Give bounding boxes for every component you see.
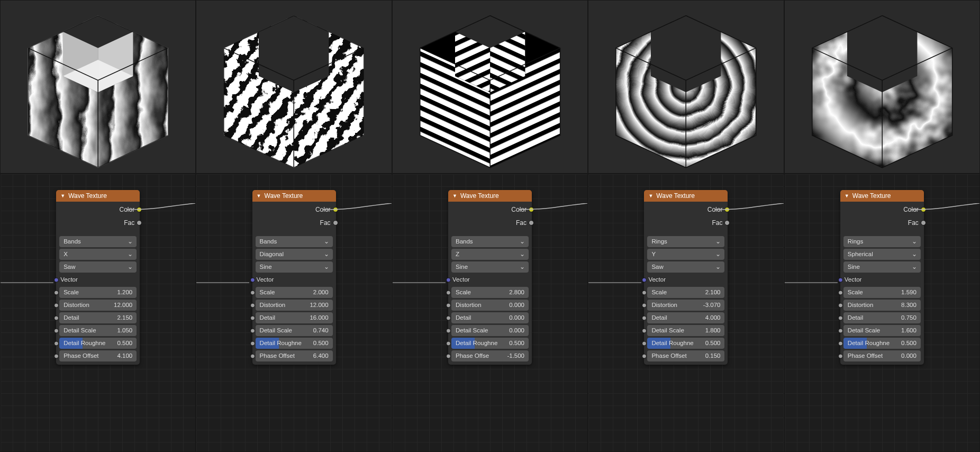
socket-value-in[interactable] [838, 303, 843, 308]
node-editor[interactable]: ▼ Wave Texture Color Fac Bands Z Sine [392, 174, 588, 452]
socket-value-in[interactable] [54, 328, 59, 333]
node-header[interactable]: ▼ Wave Texture [448, 190, 532, 202]
socket-value-in[interactable] [446, 354, 451, 358]
socket-value-in[interactable] [642, 290, 647, 295]
scale-field[interactable]: Scale 2.100 [647, 287, 724, 298]
detail-scale-field[interactable]: Detail Scale 0.000 [451, 325, 529, 336]
wave-texture-node[interactable]: ▼ Wave Texture Color Fac Bands Z Sine [448, 190, 532, 365]
distortion-field[interactable]: Distortion 0.000 [451, 300, 529, 311]
socket-value-in[interactable] [838, 328, 843, 333]
wave-type-dropdown[interactable]: Rings [843, 236, 921, 247]
socket-color-out[interactable] [333, 207, 338, 212]
phase-offset-field[interactable]: Phase Offset 0.000 [843, 350, 921, 361]
wave-type-dropdown[interactable]: Bands [256, 236, 333, 247]
collapse-icon[interactable]: ▼ [60, 193, 65, 198]
detail-scale-field[interactable]: Detail Scale 0.740 [256, 325, 333, 336]
socket-vector-in[interactable] [446, 277, 451, 282]
collapse-icon[interactable]: ▼ [257, 193, 261, 198]
node-header[interactable]: ▼ Wave Texture [56, 190, 140, 202]
direction-dropdown[interactable]: Diagonal [256, 249, 333, 260]
socket-fac-out[interactable] [921, 220, 926, 225]
node-editor[interactable]: ▼ Wave Texture Color Fac Rings Spherical… [784, 174, 980, 452]
phase-offset-field[interactable]: Phase Offse -1.500 [451, 350, 529, 361]
detail-field[interactable]: Detail 0.750 [843, 312, 921, 323]
wave-texture-node[interactable]: ▼ Wave Texture Color Fac Rings Y Saw [644, 190, 728, 365]
direction-dropdown[interactable]: Y [647, 249, 724, 260]
detail-scale-field[interactable]: Detail Scale 1.800 [647, 325, 724, 336]
direction-dropdown[interactable]: X [59, 249, 137, 260]
socket-vector-in[interactable] [838, 277, 843, 282]
socket-vector-in[interactable] [250, 277, 255, 282]
socket-value-in[interactable] [54, 341, 59, 346]
preview-panel[interactable] [392, 0, 588, 174]
socket-fac-out[interactable] [529, 220, 534, 225]
socket-value-in[interactable] [642, 328, 647, 333]
node-header[interactable]: ▼ Wave Texture [252, 190, 336, 202]
detail-scale-field[interactable]: Detail Scale 1.050 [59, 325, 137, 336]
socket-value-in[interactable] [250, 354, 255, 358]
detail-field[interactable]: Detail 0.000 [451, 312, 529, 323]
wave-texture-node[interactable]: ▼ Wave Texture Color Fac Bands X Saw [56, 190, 140, 365]
direction-dropdown[interactable]: Z [451, 249, 529, 260]
detail-field[interactable]: Detail 4.000 [647, 312, 724, 323]
distortion-field[interactable]: Distortion -3.070 [647, 300, 724, 311]
wave-type-dropdown[interactable]: Bands [451, 236, 529, 247]
socket-value-in[interactable] [54, 315, 59, 320]
socket-value-in[interactable] [54, 290, 59, 295]
collapse-icon[interactable]: ▼ [452, 193, 457, 198]
socket-fac-out[interactable] [333, 220, 338, 225]
socket-value-in[interactable] [446, 341, 451, 346]
profile-dropdown[interactable]: Sine [451, 261, 529, 273]
socket-value-in[interactable] [642, 354, 647, 358]
socket-value-in[interactable] [250, 341, 255, 346]
scale-field[interactable]: Scale 2.800 [451, 287, 529, 298]
scale-field[interactable]: Scale 2.000 [256, 287, 333, 298]
direction-dropdown[interactable]: Spherical [843, 249, 921, 260]
preview-panel[interactable] [0, 0, 196, 174]
socket-value-in[interactable] [446, 328, 451, 333]
detail-roughness-field[interactable]: Detail Roughne 0.500 [59, 338, 137, 349]
node-editor[interactable]: ▼ Wave Texture Color Fac Bands Diagonal … [196, 174, 392, 452]
distortion-field[interactable]: Distortion 12.000 [59, 300, 137, 311]
phase-offset-field[interactable]: Phase Offset 4.100 [59, 350, 137, 361]
scale-field[interactable]: Scale 1.590 [843, 287, 921, 298]
detail-scale-field[interactable]: Detail Scale 1.600 [843, 325, 921, 336]
node-header[interactable]: ▼ Wave Texture [840, 190, 924, 202]
node-editor[interactable]: ▼ Wave Texture Color Fac Rings Y Saw [588, 174, 784, 452]
wave-texture-node[interactable]: ▼ Wave Texture Color Fac Rings Spherical… [840, 190, 924, 365]
socket-value-in[interactable] [838, 354, 843, 358]
socket-value-in[interactable] [54, 354, 59, 358]
socket-fac-out[interactable] [137, 220, 142, 225]
scale-field[interactable]: Scale 1.200 [59, 287, 137, 298]
socket-color-out[interactable] [137, 207, 142, 212]
profile-dropdown[interactable]: Saw [59, 261, 137, 273]
socket-value-in[interactable] [446, 315, 451, 320]
socket-value-in[interactable] [250, 303, 255, 308]
profile-dropdown[interactable]: Sine [256, 261, 333, 273]
socket-value-in[interactable] [642, 315, 647, 320]
detail-roughness-field[interactable]: Detail Roughne 0.500 [843, 338, 921, 349]
phase-offset-field[interactable]: Phase Offset 0.150 [647, 350, 724, 361]
phase-offset-field[interactable]: Phase Offset 6.400 [256, 350, 333, 361]
socket-value-in[interactable] [250, 290, 255, 295]
preview-panel[interactable] [784, 0, 980, 174]
socket-value-in[interactable] [838, 290, 843, 295]
collapse-icon[interactable]: ▼ [845, 193, 849, 198]
detail-field[interactable]: Detail 16.000 [256, 312, 333, 323]
detail-roughness-field[interactable]: Detail Roughne 0.500 [256, 338, 333, 349]
node-editor[interactable]: ▼ Wave Texture Color Fac Bands X Saw [0, 174, 196, 452]
preview-panel[interactable] [196, 0, 392, 174]
socket-value-in[interactable] [642, 303, 647, 308]
distortion-field[interactable]: Distortion 12.000 [256, 300, 333, 311]
socket-vector-in[interactable] [54, 277, 59, 282]
distortion-field[interactable]: Distortion 8.300 [843, 300, 921, 311]
detail-roughness-field[interactable]: Detail Roughne 0.500 [647, 338, 724, 349]
socket-value-in[interactable] [446, 290, 451, 295]
socket-color-out[interactable] [529, 207, 534, 212]
socket-value-in[interactable] [446, 303, 451, 308]
wave-type-dropdown[interactable]: Rings [647, 236, 724, 247]
socket-fac-out[interactable] [724, 220, 730, 225]
socket-color-out[interactable] [724, 207, 730, 212]
socket-value-in[interactable] [838, 341, 843, 346]
profile-dropdown[interactable]: Sine [843, 261, 921, 273]
